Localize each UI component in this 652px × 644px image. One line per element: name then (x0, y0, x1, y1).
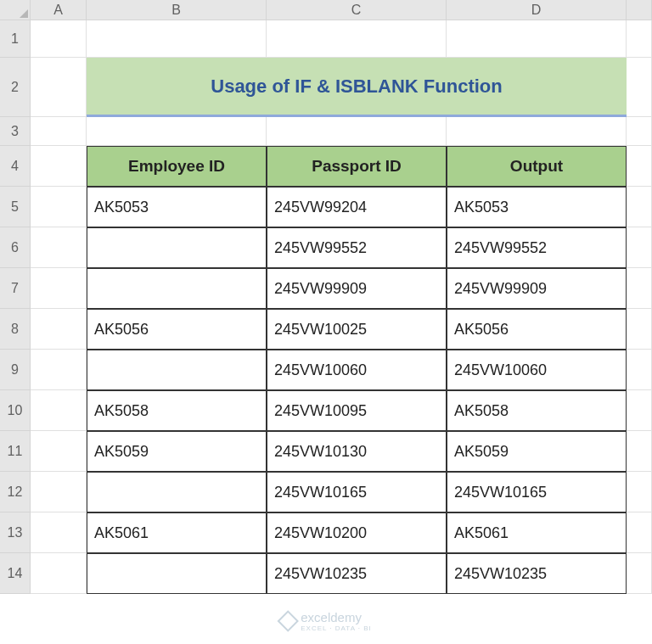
col-header-C[interactable]: C (267, 0, 447, 20)
cell-D5[interactable]: AK5053 (447, 187, 627, 227)
cell-A11[interactable] (31, 431, 87, 472)
cell-A3[interactable] (31, 117, 87, 146)
row-header-8[interactable]: 8 (0, 309, 31, 350)
col-header-A[interactable]: A (31, 0, 87, 20)
cell-D11[interactable]: AK5059 (447, 431, 627, 472)
cell-B6[interactable] (87, 227, 267, 268)
row-header-2[interactable]: 2 (0, 58, 31, 117)
cell-D3[interactable] (447, 117, 627, 146)
cell-E5[interactable] (627, 187, 652, 227)
row-header-9[interactable]: 9 (0, 350, 31, 390)
row-header-10[interactable]: 10 (0, 390, 31, 431)
cell-C10[interactable]: 245VW10095 (267, 390, 447, 431)
cell-E1[interactable] (627, 20, 652, 58)
cell-D1[interactable] (447, 20, 627, 58)
cell-D12[interactable]: 245VW10165 (447, 472, 627, 512)
cell-C7[interactable]: 245VW99909 (267, 268, 447, 309)
cell-E8[interactable] (627, 309, 652, 350)
table-header-output[interactable]: Output (447, 146, 627, 187)
table-header-employee-id[interactable]: Employee ID (87, 146, 267, 187)
cell-A13[interactable] (31, 512, 87, 553)
cell-B5[interactable]: AK5053 (87, 187, 267, 227)
col-header-D[interactable]: D (447, 0, 627, 20)
table-header-passport-id[interactable]: Passport ID (267, 146, 447, 187)
cell-E4[interactable] (627, 146, 652, 187)
exceldemy-logo-icon (277, 610, 298, 631)
cell-A9[interactable] (31, 350, 87, 390)
cell-A2[interactable] (31, 58, 87, 117)
watermark-tag: EXCEL · DATA · BI (301, 624, 372, 632)
cell-C11[interactable]: 245VW10130 (267, 431, 447, 472)
cell-C5[interactable]: 245VW99204 (267, 187, 447, 227)
cell-A7[interactable] (31, 268, 87, 309)
col-header-B[interactable]: B (87, 0, 267, 20)
cell-C8[interactable]: 245VW10025 (267, 309, 447, 350)
spreadsheet-grid[interactable]: A B C D 1 2 Usage of IF & ISBLANK Functi… (0, 0, 652, 594)
row-header-14[interactable]: 14 (0, 553, 31, 594)
cell-A10[interactable] (31, 390, 87, 431)
cell-D14[interactable]: 245VW10235 (447, 553, 627, 594)
row-header-7[interactable]: 7 (0, 268, 31, 309)
row-header-5[interactable]: 5 (0, 187, 31, 227)
cell-A12[interactable] (31, 472, 87, 512)
row-header-1[interactable]: 1 (0, 20, 31, 58)
cell-E10[interactable] (627, 390, 652, 431)
cell-C3[interactable] (267, 117, 447, 146)
cell-C9[interactable]: 245VW10060 (267, 350, 447, 390)
cell-E2[interactable] (627, 58, 652, 117)
cell-B9[interactable] (87, 350, 267, 390)
cell-E7[interactable] (627, 268, 652, 309)
cell-A6[interactable] (31, 227, 87, 268)
cell-B3[interactable] (87, 117, 267, 146)
select-all-corner[interactable] (0, 0, 31, 20)
cell-C12[interactable]: 245VW10165 (267, 472, 447, 512)
cell-B10[interactable]: AK5058 (87, 390, 267, 431)
cell-A4[interactable] (31, 146, 87, 187)
cell-A8[interactable] (31, 309, 87, 350)
cell-C6[interactable]: 245VW99552 (267, 227, 447, 268)
title-cell[interactable]: Usage of IF & ISBLANK Function (87, 58, 627, 117)
row-header-4[interactable]: 4 (0, 146, 31, 187)
cell-B1[interactable] (87, 20, 267, 58)
cell-B8[interactable]: AK5056 (87, 309, 267, 350)
cell-D10[interactable]: AK5058 (447, 390, 627, 431)
row-header-11[interactable]: 11 (0, 431, 31, 472)
cell-C1[interactable] (267, 20, 447, 58)
cell-D13[interactable]: AK5061 (447, 512, 627, 553)
cell-D7[interactable]: 245VW99909 (447, 268, 627, 309)
cell-A14[interactable] (31, 553, 87, 594)
row-header-3[interactable]: 3 (0, 117, 31, 146)
watermark: exceldemy EXCEL · DATA · BI (280, 610, 372, 632)
cell-D8[interactable]: AK5056 (447, 309, 627, 350)
cell-E11[interactable] (627, 431, 652, 472)
cell-D9[interactable]: 245VW10060 (447, 350, 627, 390)
cell-B12[interactable] (87, 472, 267, 512)
row-header-12[interactable]: 12 (0, 472, 31, 512)
cell-A5[interactable] (31, 187, 87, 227)
col-header-edge (627, 0, 652, 20)
cell-B14[interactable] (87, 553, 267, 594)
cell-E3[interactable] (627, 117, 652, 146)
cell-B11[interactable]: AK5059 (87, 431, 267, 472)
cell-B13[interactable]: AK5061 (87, 512, 267, 553)
cell-B7[interactable] (87, 268, 267, 309)
cell-A1[interactable] (31, 20, 87, 58)
row-header-6[interactable]: 6 (0, 227, 31, 268)
row-header-13[interactable]: 13 (0, 512, 31, 553)
cell-C13[interactable]: 245VW10200 (267, 512, 447, 553)
cell-E6[interactable] (627, 227, 652, 268)
cell-E13[interactable] (627, 512, 652, 553)
cell-E9[interactable] (627, 350, 652, 390)
cell-E14[interactable] (627, 553, 652, 594)
cell-E12[interactable] (627, 472, 652, 512)
watermark-brand: exceldemy (301, 610, 362, 624)
cell-C14[interactable]: 245VW10235 (267, 553, 447, 594)
cell-D6[interactable]: 245VW99552 (447, 227, 627, 268)
